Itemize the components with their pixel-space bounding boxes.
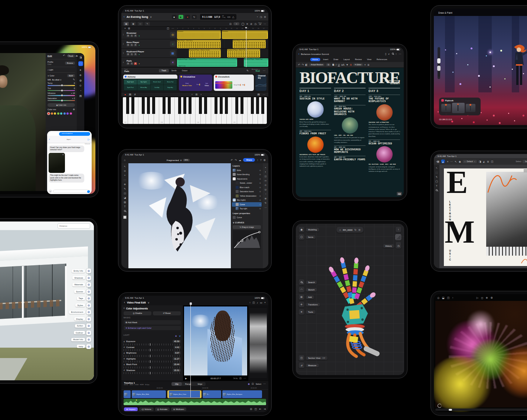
export-icon[interactable]: ↑ <box>452 296 454 299</box>
share-icon[interactable]: ↑ <box>396 53 397 55</box>
ribbon-tab[interactable]: Home <box>310 58 320 61</box>
slider-ruler[interactable] <box>124 367 181 368</box>
viewer-zoom[interactable]: 74 % <box>233 377 238 380</box>
expand-icon[interactable]: ⊞ <box>265 197 266 200</box>
color-wheel-icon[interactable]: ◉ <box>299 227 304 232</box>
trim-left-icon[interactable]: ⇤ <box>259 408 261 410</box>
settings-icon[interactable]: ⚙ <box>491 296 493 299</box>
layer-row[interactable]: Saturation boost⊙ <box>232 190 262 194</box>
video-clip[interactable]: Skyline_Blue_Wide <box>132 390 166 398</box>
items-button[interactable]: Items <box>306 235 315 239</box>
color-dot-red[interactable] <box>48 112 50 115</box>
visibility-icon[interactable]: ⊙ <box>259 178 261 180</box>
render-target-icon[interactable]: ◎ <box>437 296 439 299</box>
play-button[interactable]: ▶ <box>179 15 183 19</box>
section-view-icon[interactable]: ◫ <box>299 355 304 361</box>
highlight-icon[interactable]: ▼ <box>346 63 348 66</box>
automation-pencil-icon[interactable]: ✎ <box>246 69 249 72</box>
color-dot-cyan[interactable] <box>60 112 62 115</box>
undo-icon[interactable]: ↶ <box>298 63 300 66</box>
audio-track[interactable] <box>124 399 266 405</box>
adjustment-slider[interactable]: Vibrance+ 14 <box>48 92 75 96</box>
layer-row[interactable]: Noise blending⊙ <box>232 173 262 177</box>
comment-icon[interactable]: ▭ <box>265 180 267 182</box>
adjustment-slider[interactable]: Temp0 <box>48 82 75 86</box>
video-clip[interactable]: S... <box>203 390 221 398</box>
song-title[interactable]: An Evening Song <box>127 16 148 18</box>
ribbon-tab[interactable]: References <box>374 58 390 61</box>
mic-icon[interactable]: ♪ <box>257 301 258 304</box>
foreground-color[interactable] <box>123 216 127 219</box>
split-icon[interactable]: ✕ <box>246 23 248 25</box>
editor-button[interactable]: ✎ Editor <box>353 63 363 66</box>
editor-view-button[interactable]: ▭ <box>138 22 143 26</box>
loop-icon[interactable]: ◯ <box>241 23 244 25</box>
adjustment-icon[interactable]: ◐ <box>265 171 266 173</box>
cloud-icon[interactable]: ☁ <box>75 54 78 57</box>
tab-track[interactable]: Track <box>159 69 168 72</box>
move-tool-icon[interactable]: ↖ <box>455 160 457 163</box>
plugin-chromaverb[interactable]: ChromaVerb Decay Time Wet <box>214 75 254 91</box>
plugin-chromaglow[interactable]: ChromaGlow ModelModern Tube Drive StyleC… <box>179 75 212 91</box>
versions-icon[interactable]: ▤ <box>79 95 82 97</box>
add-icon[interactable]: ⊞ <box>299 294 304 300</box>
layer-group-row[interactable]: Sky (right)⊙ <box>232 198 262 203</box>
panel-icon[interactable]: ◍ <box>86 309 91 315</box>
message-image[interactable]: ✕ <box>49 153 65 173</box>
design-canvas[interactable]: E LECTRONIC M USIC <box>439 165 527 268</box>
alchemy-snapshot-cell[interactable]: Synth Pluck <box>124 85 137 90</box>
animation-frame[interactable] <box>466 104 475 112</box>
play-icon[interactable]: ▷ <box>477 296 478 299</box>
color-dot-orange[interactable] <box>51 112 53 115</box>
slider-track[interactable] <box>48 85 75 86</box>
type-tool-icon[interactable]: T <box>436 185 438 187</box>
back-icon[interactable]: ‹ <box>49 138 50 141</box>
eyedropper-icon[interactable]: ✎ <box>73 78 75 81</box>
node-tool-icon[interactable]: ◉ <box>459 160 461 163</box>
more-icon[interactable]: ⋯ <box>263 383 266 385</box>
mobile-view-icon[interactable]: ▯ <box>385 53 386 55</box>
record-button[interactable]: ● <box>185 15 190 19</box>
alchemy-snapshot-cell[interactable]: Epic Synth <box>137 79 150 85</box>
undo-icon[interactable]: ↶ <box>63 54 65 57</box>
adjustment-slider[interactable]: ◐Highlights11.27 <box>124 357 181 363</box>
panel-icon[interactable]: ◍ <box>86 323 91 328</box>
search-icon[interactable] <box>299 279 304 285</box>
clone-icon[interactable]: ◫ <box>447 296 450 299</box>
font-size[interactable]: 11 <box>326 63 331 66</box>
layer-row[interactable]: Yellow desaturation⊙ <box>232 194 262 198</box>
chevron-down-icon[interactable]: ∨ <box>179 335 181 337</box>
drag-on-image-button[interactable]: ✎ Drag on image <box>233 225 261 229</box>
add-mask-button[interactable]: ⊞ Add Mask <box>124 320 181 325</box>
panel-icon[interactable]: ◍ <box>86 282 91 287</box>
alchemy-snapshot-cell[interactable]: Metallic Swell <box>151 79 164 85</box>
visibility-icon[interactable]: ⊙ <box>259 182 261 184</box>
video-clip[interactable]: Skyline_Blue_Backgrou <box>222 390 262 398</box>
chevron-down-icon[interactable]: ∨ <box>148 301 150 304</box>
inspector-tabs[interactable]: TrackSendsOutput <box>159 69 190 72</box>
undo-icon[interactable]: ↶ <box>230 159 233 161</box>
measure-button[interactable]: Measure <box>306 364 319 367</box>
timeline-strip[interactable] <box>435 408 527 411</box>
document-pill[interactable]: ⌂ RH_0003 ↻ ⊖ <box>336 227 363 233</box>
duplicate-track-icon[interactable]: ⊞ <box>128 27 130 30</box>
color-dot-green[interactable] <box>57 112 59 115</box>
more-icon[interactable]: ⋯ <box>263 69 265 72</box>
record-enable-button[interactable]: R <box>134 35 137 37</box>
more-icon[interactable]: ⋯ <box>265 206 267 209</box>
remove-image-icon[interactable]: ✕ <box>62 154 64 156</box>
layer-group-row[interactable]: Adjustments⊙ <box>232 177 262 181</box>
layer-row-selected[interactable]: Curve⊙ <box>232 202 262 207</box>
region-drummer[interactable]: Drummer <box>222 30 268 39</box>
rotate-icon[interactable]: ↻ <box>265 202 266 204</box>
color-mix-dots[interactable] <box>48 112 75 115</box>
volume-button[interactable]: ◁) Volume <box>139 407 154 411</box>
robotic-hand-model[interactable] <box>311 246 396 361</box>
layer-row[interactable]: Top right⊙ <box>232 207 262 211</box>
tools-icon[interactable]: ✕ <box>299 309 304 315</box>
back-icon[interactable]: ‹▦ <box>436 160 439 163</box>
stop-icon[interactable]: ◻ <box>481 296 483 299</box>
add-layer-icon[interactable]: + <box>265 166 266 168</box>
render-viewport[interactable] <box>435 301 527 407</box>
scrubber[interactable] <box>449 409 452 411</box>
